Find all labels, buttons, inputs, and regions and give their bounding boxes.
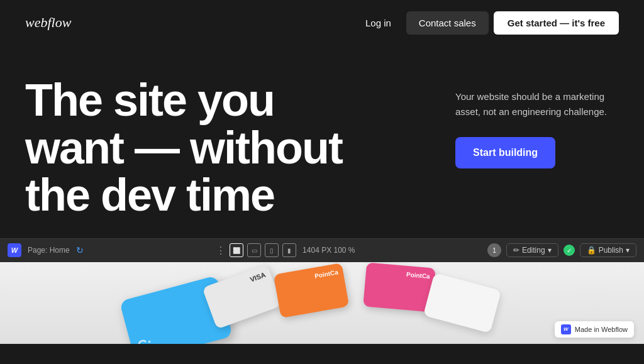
card-white <box>423 273 501 333</box>
headline-line3: the dev time <box>25 170 274 220</box>
headline-line2: want — without <box>25 123 342 173</box>
card-pink-text: PointCa <box>406 271 431 280</box>
editor-bar-center: ⋮ ⬜ ▭ ▯ ▮ 1404 PX 100 % <box>216 243 355 257</box>
card-blue-text: C: <box>136 334 154 343</box>
made-logo: W <box>561 324 571 334</box>
preview-area: C: VISA PointCa PointCa W Made in Webflo… <box>0 262 644 344</box>
more-options-icon[interactable]: ⋮ <box>216 245 226 256</box>
card-visa: VISA <box>202 264 282 329</box>
publish-button[interactable]: 🔒 Publish ▾ <box>580 243 636 257</box>
visa-text: VISA <box>249 270 267 283</box>
contact-sales-button[interactable]: Contact sales <box>406 11 489 35</box>
start-building-button[interactable]: Start building <box>455 137 555 168</box>
editing-button[interactable]: ✏ Editing ▾ <box>506 243 558 257</box>
tablet-view-icon[interactable]: ▭ <box>247 243 261 257</box>
hero-section: The site you want — without the dev time… <box>0 45 644 238</box>
hero-left: The site you want — without the dev time <box>25 77 430 219</box>
page-label: Page: Home <box>28 246 70 255</box>
hero-headline: The site you want — without the dev time <box>25 77 430 219</box>
publish-chevron-icon: ▾ <box>626 246 630 255</box>
card-orange-text: PointCa <box>314 268 338 279</box>
refresh-icon[interactable]: ↻ <box>76 245 84 255</box>
small-mobile-view-icon[interactable]: ▮ <box>282 243 296 257</box>
card-orange: PointCa <box>274 263 349 318</box>
lock-icon: 🔒 <box>587 246 596 255</box>
desktop-view-icon[interactable]: ⬜ <box>230 243 243 257</box>
login-button[interactable]: Log in <box>355 11 401 35</box>
made-in-webflow-badge: W Made in Webflow <box>555 321 634 338</box>
status-check-icon: ✓ <box>564 245 575 256</box>
get-started-button[interactable]: Get started — it's free <box>494 11 619 35</box>
chevron-down-icon: ▾ <box>548 246 552 255</box>
webflow-editor-logo: W <box>8 243 21 257</box>
made-in-webflow-label: Made in Webflow <box>575 326 628 333</box>
navbar: webflow Log in Contact sales Get started… <box>0 0 644 45</box>
pencil-icon: ✏ <box>513 246 519 255</box>
logo: webflow <box>25 14 71 31</box>
editor-bar-right: 1 ✏ Editing ▾ ✓ 🔒 Publish ▾ <box>487 243 636 257</box>
resolution-label: 1404 PX 100 % <box>303 246 355 255</box>
editor-bar-left: W Page: Home ↻ <box>8 243 84 257</box>
hero-subtext: Your website should be a marketing asset… <box>455 89 619 119</box>
hero-right: Your website should be a marketing asset… <box>455 77 619 168</box>
card-pink: PointCa <box>363 262 436 312</box>
mobile-view-icon[interactable]: ▯ <box>265 243 279 257</box>
editing-label: Editing <box>522 246 545 255</box>
nav-right: Log in Contact sales Get started — it's … <box>355 11 619 35</box>
user-avatar: 1 <box>487 243 501 257</box>
publish-label: Publish <box>599 246 623 255</box>
headline-line1: The site you <box>25 75 274 125</box>
editor-bar: W Page: Home ↻ ⋮ ⬜ ▭ ▯ ▮ 1404 PX 100 % 1… <box>0 238 644 262</box>
